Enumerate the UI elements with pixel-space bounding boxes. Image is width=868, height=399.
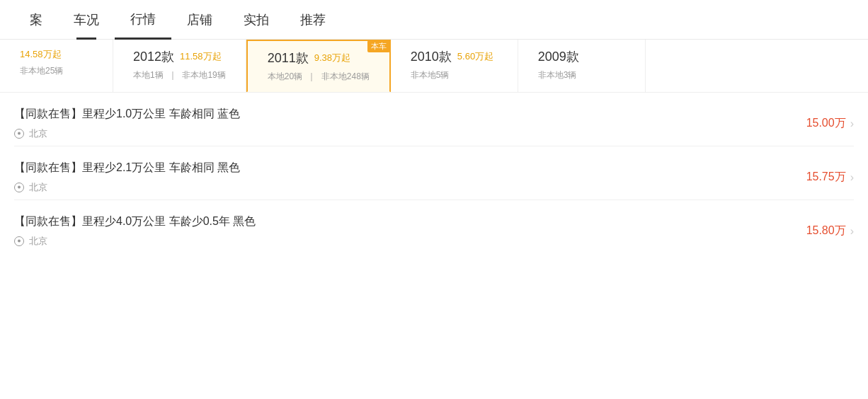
nonlocal-2012: 非本地19辆	[182, 70, 225, 80]
listing-price-2: 15.75万	[806, 170, 846, 185]
location-text-3: 北京	[29, 235, 47, 248]
chevron-right-1: ›	[850, 117, 854, 130]
year-label-2011: 2011款	[268, 50, 309, 66]
nav-item-store[interactable]: 店铺	[171, 0, 228, 40]
year-tabs: 14.58万起 非本地25辆 2012款 11.58万起 本地1辆 ｜ 非本地1…	[0, 40, 868, 93]
sep-2011: ｜	[307, 71, 316, 81]
listing-item[interactable]: 【同款在售】里程少1.0万公里 车龄相同 蓝色 北京 15.00万 ›	[14, 93, 854, 146]
nonlocal-2010: 非本地5辆	[411, 70, 450, 80]
year-tab-2009[interactable]: 2009款 非本地3辆	[518, 40, 646, 92]
year-tab-2011[interactable]: 本车 2011款 9.38万起 本地20辆 ｜ 非本地248辆	[246, 40, 391, 93]
listing-title-1: 【同款在售】里程少1.0万公里 车龄相同 蓝色	[14, 107, 240, 122]
listing-item[interactable]: 【同款在售】里程少4.0万公里 车龄少0.5年 黑色 北京 15.80万 ›	[14, 200, 854, 253]
listing-price-1: 15.00万	[806, 116, 846, 131]
year-tab-2010[interactable]: 2010款 5.60万起 非本地5辆	[391, 40, 518, 92]
chevron-right-3: ›	[850, 225, 854, 238]
top-nav: 案 车况 行情 店铺 实拍 推荐	[0, 0, 868, 40]
local-badge-2011: 本车	[367, 40, 390, 52]
nav-item-condition[interactable]: 车况	[58, 0, 115, 40]
price-label-2011: 9.38万起	[314, 52, 350, 64]
chevron-right-2: ›	[850, 171, 854, 184]
location-text-1: 北京	[29, 127, 47, 140]
listing-left-3: 【同款在售】里程少4.0万公里 车龄少0.5年 黑色 北京	[14, 214, 256, 248]
listing-location-1: 北京	[14, 127, 240, 140]
nonlocal-2011: 非本地248辆	[321, 71, 370, 81]
listing-right-3: 15.80万 ›	[806, 224, 854, 238]
listing-left-2: 【同款在售】里程少2.1万公里 车龄相同 黑色 北京	[14, 161, 240, 194]
nav-item-recommend[interactable]: 推荐	[285, 0, 341, 40]
listing-left-1: 【同款在售】里程少1.0万公里 车龄相同 蓝色 北京	[14, 107, 240, 140]
listing-title-3: 【同款在售】里程少4.0万公里 车龄少0.5年 黑色	[14, 214, 256, 229]
nav-item-market[interactable]: 行情	[115, 0, 171, 40]
listing-item[interactable]: 【同款在售】里程少2.1万公里 车龄相同 黑色 北京 15.75万 ›	[14, 146, 854, 200]
nav-item-photo[interactable]: 实拍	[228, 0, 285, 40]
nav-item-case[interactable]: 案	[14, 0, 58, 40]
location-icon-2	[14, 183, 24, 192]
location-icon-3	[14, 236, 24, 246]
year-label-2012: 2012款	[133, 48, 174, 65]
year-label-2010: 2010款	[411, 48, 452, 65]
first-tab-price: 14.58万起	[20, 48, 62, 61]
listing-right-1: 15.00万 ›	[806, 116, 854, 131]
sep-2012: ｜	[169, 70, 177, 80]
year-label-2009: 2009款	[538, 48, 579, 65]
year-tab-first[interactable]: 14.58万起 非本地25辆	[0, 40, 113, 92]
listing-title-2: 【同款在售】里程少2.1万公里 车龄相同 黑色	[14, 161, 240, 175]
local-2012: 本地1辆	[133, 70, 164, 80]
listings-container: 【同款在售】里程少1.0万公里 车龄相同 蓝色 北京 15.00万 › 【同款在…	[0, 93, 868, 253]
listing-location-3: 北京	[14, 235, 256, 248]
listing-location-2: 北京	[14, 181, 240, 194]
listing-right-2: 15.75万 ›	[806, 170, 854, 185]
year-tab-2012[interactable]: 2012款 11.58万起 本地1辆 ｜ 非本地19辆	[113, 40, 246, 92]
location-text-2: 北京	[29, 181, 47, 194]
price-label-2010: 5.60万起	[457, 50, 493, 63]
local-2011: 本地20辆	[268, 71, 302, 81]
price-label-2012: 11.58万起	[180, 50, 222, 63]
nonlocal-2009: 非本地3辆	[538, 70, 577, 80]
first-tab-nonlocal: 非本地25辆	[20, 66, 63, 76]
location-icon-1	[14, 129, 24, 139]
listing-price-3: 15.80万	[806, 224, 846, 238]
